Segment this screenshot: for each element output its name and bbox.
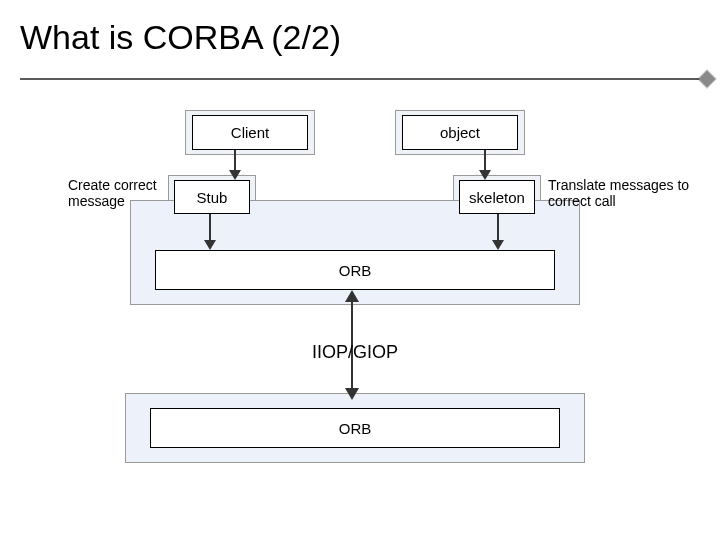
right-note: Translate messages to correct call bbox=[548, 177, 708, 209]
diagram-stage: Client object Stub skeleton ORB Create c… bbox=[0, 90, 720, 540]
left-note: Create correct message bbox=[68, 177, 178, 209]
orb-top-label: ORB bbox=[155, 250, 555, 290]
iiop-label: IIOP/GIOP bbox=[280, 342, 430, 363]
object-box: object bbox=[402, 115, 518, 150]
client-box: Client bbox=[192, 115, 308, 150]
stub-box: Stub bbox=[174, 180, 250, 214]
skeleton-box: skeleton bbox=[459, 180, 535, 214]
orb-bottom-label: ORB bbox=[150, 408, 560, 448]
slide-title: What is CORBA (2/2) bbox=[0, 0, 720, 57]
title-divider bbox=[20, 78, 710, 80]
